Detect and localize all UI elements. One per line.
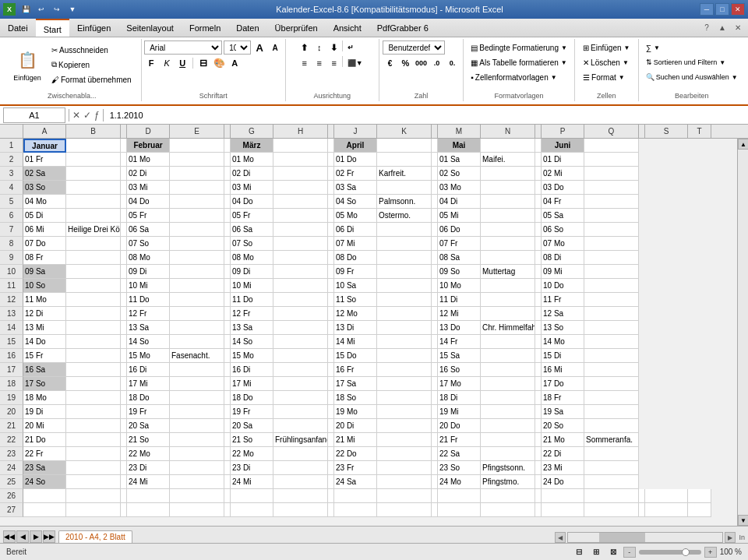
table-cell[interactable]: 03 Mo (438, 181, 481, 195)
table-cell[interactable]: 22 Fr (23, 447, 66, 461)
table-cell[interactable] (432, 307, 438, 321)
table-cell[interactable]: 13 So (542, 321, 584, 335)
menu-ueberprufen[interactable]: Überprüfen (267, 19, 326, 37)
table-cell[interactable] (481, 223, 535, 237)
table-cell[interactable] (170, 153, 224, 167)
table-cell[interactable] (377, 363, 432, 377)
table-cell[interactable] (481, 489, 535, 503)
table-cell[interactable] (273, 279, 328, 293)
table-cell[interactable] (224, 447, 231, 461)
table-cell[interactable] (377, 419, 432, 433)
table-cell[interactable] (121, 419, 127, 433)
table-cell[interactable]: 18 Fr (542, 391, 584, 405)
table-cell[interactable] (121, 391, 127, 405)
table-cell[interactable]: 24 Do (542, 475, 584, 489)
row-header-1[interactable]: 1 (0, 139, 23, 153)
table-cell[interactable] (224, 321, 231, 335)
percent-button[interactable]: % (398, 56, 412, 70)
table-cell[interactable] (639, 503, 645, 517)
table-cell[interactable] (328, 195, 334, 209)
table-cell[interactable] (273, 139, 328, 153)
sheet-tab-2010[interactable]: 2010 - A4, 2 Blatt (58, 530, 132, 543)
increase-decimal-button[interactable]: .0 (429, 56, 443, 70)
format-cells-button[interactable]: ☰ Format ▼ (579, 70, 633, 84)
cut-button[interactable]: ✂ Ausschneiden (48, 43, 135, 57)
table-cell[interactable] (328, 419, 334, 433)
insert-function-icon[interactable]: ƒ (94, 110, 100, 121)
menu-ansicht[interactable]: Ansicht (326, 19, 369, 37)
table-cell[interactable]: 15 Di (542, 349, 584, 363)
table-cell[interactable] (170, 391, 224, 405)
table-cell[interactable] (535, 503, 542, 517)
table-cell[interactable] (584, 363, 639, 377)
table-cell[interactable]: 08 Mo (127, 251, 170, 265)
sheet-last-button[interactable]: ▶▶ (43, 530, 55, 543)
table-cell[interactable] (121, 433, 127, 447)
table-cell[interactable]: 11 Do (231, 293, 273, 307)
table-cell[interactable] (170, 489, 224, 503)
table-cell[interactable]: 06 Do (438, 223, 481, 237)
table-cell[interactable] (170, 237, 224, 251)
table-cell[interactable] (377, 279, 432, 293)
table-cell[interactable] (377, 181, 432, 195)
table-cell[interactable]: 24 Mo (438, 475, 481, 489)
table-cell[interactable] (121, 293, 127, 307)
table-cell[interactable] (481, 363, 535, 377)
table-cell[interactable]: 15 Do (334, 349, 377, 363)
table-cell[interactable]: 21 So (127, 433, 170, 447)
table-cell[interactable] (224, 139, 231, 153)
table-cell[interactable] (584, 321, 639, 335)
table-cell[interactable]: 23 So (438, 461, 481, 475)
table-cell[interactable] (273, 503, 328, 517)
table-cell[interactable]: 03 So (23, 181, 66, 195)
table-cell[interactable] (535, 223, 542, 237)
col-header-C[interactable] (121, 125, 127, 138)
table-cell[interactable] (432, 209, 438, 223)
table-cell[interactable] (121, 139, 127, 153)
table-cell[interactable] (481, 195, 535, 209)
table-cell[interactable] (584, 461, 639, 475)
table-cell[interactable] (432, 391, 438, 405)
table-cell[interactable] (377, 293, 432, 307)
table-cell[interactable]: 09 Sa (23, 265, 66, 279)
table-cell[interactable] (66, 279, 121, 293)
table-cell[interactable] (328, 251, 334, 265)
align-middle-button[interactable]: ↕ (312, 41, 326, 55)
align-left-button[interactable]: ≡ (298, 56, 312, 70)
select-all-button[interactable] (0, 125, 23, 138)
table-cell[interactable] (66, 307, 121, 321)
table-cell[interactable]: 21 Do (23, 433, 66, 447)
table-cell[interactable]: 15 Sa (438, 349, 481, 363)
table-cell[interactable] (432, 363, 438, 377)
insert-cells-button[interactable]: ⊞ Einfügen ▼ (579, 41, 633, 55)
table-cell[interactable]: Karfreit. (377, 167, 432, 181)
table-cell[interactable] (66, 433, 121, 447)
table-cell[interactable]: 16 Mi (542, 363, 584, 377)
table-cell[interactable]: 09 Di (231, 265, 273, 279)
table-cell[interactable] (121, 461, 127, 475)
col-header-A[interactable]: A (23, 125, 66, 138)
table-cell[interactable] (121, 195, 127, 209)
table-cell[interactable] (377, 223, 432, 237)
table-cell[interactable] (377, 139, 432, 153)
cancel-formula-icon[interactable]: ✕ (72, 110, 80, 121)
table-cell[interactable] (328, 489, 334, 503)
scroll-right-button[interactable]: ▶ (725, 532, 736, 543)
table-cell[interactable] (273, 377, 328, 391)
table-cell[interactable]: 08 Di (542, 251, 584, 265)
table-cell[interactable] (328, 223, 334, 237)
table-cell[interactable] (273, 461, 328, 475)
table-cell[interactable] (481, 307, 535, 321)
table-cell[interactable]: Januar (23, 139, 66, 153)
table-cell[interactable] (273, 489, 328, 503)
font-grow-button[interactable]: A (252, 41, 266, 55)
table-cell[interactable]: 14 Fr (438, 335, 481, 349)
table-cell[interactable] (432, 405, 438, 419)
table-cell[interactable] (170, 377, 224, 391)
normal-view-button[interactable]: ⊟ (572, 547, 586, 558)
table-cell[interactable]: 13 Di (334, 321, 377, 335)
table-cell[interactable] (328, 237, 334, 251)
table-cell[interactable] (542, 489, 584, 503)
maximize-button[interactable]: □ (715, 3, 729, 16)
table-cell[interactable]: 19 Fr (231, 405, 273, 419)
